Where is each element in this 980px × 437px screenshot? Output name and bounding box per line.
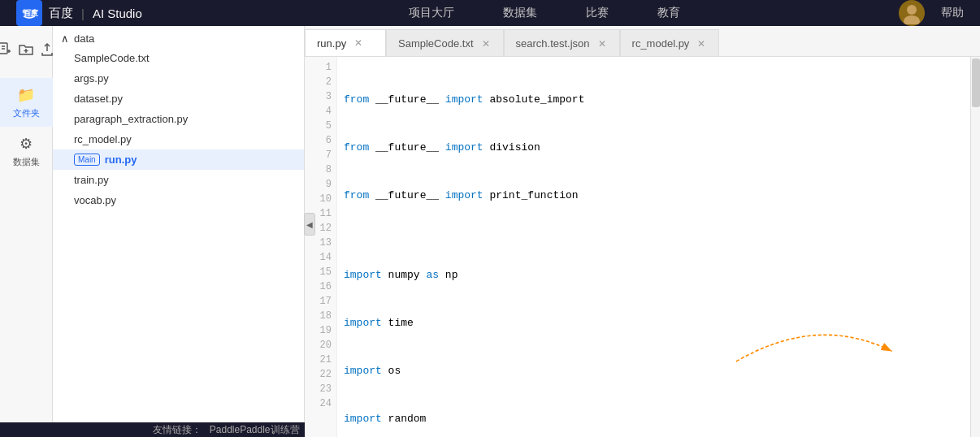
folder-icon: 📁: [17, 86, 35, 104]
file-item-dataset[interactable]: dataset.py: [53, 89, 304, 109]
nav-dataset[interactable]: 数据集: [503, 6, 537, 20]
file-item-rcmodel[interactable]: rc_model.py: [53, 129, 304, 149]
panel-collapse-button[interactable]: ◀: [304, 213, 315, 236]
top-nav: 百度 百度 | AI Studio 项目大厅 数据集 比赛 教育 帮助: [0, 0, 980, 26]
editor-area: run.py ✕ SampleCode.txt ✕ search.test.js…: [305, 26, 980, 437]
sidebar-item-dataset-label: 数据集: [13, 156, 40, 168]
code-lines: from __future__ import absolute_import f…: [337, 57, 980, 437]
code-content: 123456789101112131415161718192021222324 …: [305, 57, 980, 437]
new-file-icon[interactable]: [0, 42, 12, 59]
main-badge: Main: [74, 154, 100, 166]
file-item-train[interactable]: train.py: [53, 170, 304, 190]
folder-data[interactable]: ∧ data: [53, 29, 304, 48]
tab-rc-model-label: rc_model.py: [632, 37, 690, 50]
code-editor[interactable]: 123456789101112131415161718192021222324 …: [305, 57, 980, 437]
chevron-down-icon: ∧: [61, 32, 69, 45]
sidebar-item-files[interactable]: 📁 文件夹: [0, 78, 53, 127]
sidebar-item-files-label: 文件夹: [13, 107, 40, 119]
file-item-run[interactable]: Main run.py: [53, 149, 304, 170]
baidu-logo-icon: 百度: [16, 0, 42, 26]
tab-search-test[interactable]: search.test.json ✕: [504, 29, 620, 57]
sidebar: 📁 文件夹 ⚙ 数据集: [0, 26, 53, 422]
tab-search-test-label: search.test.json: [516, 37, 590, 50]
nav-project-hall[interactable]: 项目大厅: [409, 6, 454, 20]
new-folder-icon[interactable]: [19, 42, 33, 59]
file-run-label: run.py: [105, 154, 137, 166]
tab-run-py-close[interactable]: ✕: [353, 36, 364, 50]
svg-text:百度: 百度: [24, 8, 38, 17]
svg-point-4: [907, 5, 917, 15]
tab-search-test-close[interactable]: ✕: [596, 37, 608, 51]
tab-samplecode-close[interactable]: ✕: [480, 37, 492, 51]
footer-prefix: 友情链接：: [153, 423, 202, 437]
file-item-samplecode[interactable]: SampleCode.txt: [53, 48, 304, 68]
file-panel: ∧ data SampleCode.txt args.py dataset.py…: [53, 26, 305, 422]
baidu-label: 百度: [49, 6, 73, 21]
nav-right: 帮助: [899, 0, 964, 26]
tab-rc-model-close[interactable]: ✕: [696, 37, 707, 51]
footer-link-1[interactable]: PaddlePaddle训练营: [210, 423, 300, 437]
editor-wrapper: run.py ✕ SampleCode.txt ✕ search.test.js…: [305, 26, 980, 422]
ai-studio-label: AI Studio: [93, 6, 142, 20]
tab-run-py-label: run.py: [317, 37, 346, 50]
scrollbar[interactable]: [970, 57, 980, 437]
svg-point-5: [904, 15, 920, 24]
tab-rc-model[interactable]: rc_model.py ✕: [620, 29, 720, 57]
nav-links: 项目大厅 数据集 比赛 教育: [191, 6, 899, 20]
tab-run-py[interactable]: run.py ✕: [305, 29, 386, 57]
folder-name: data: [74, 32, 94, 45]
file-list: ∧ data SampleCode.txt args.py dataset.py…: [53, 26, 304, 422]
scrollbar-thumb[interactable]: [972, 58, 980, 107]
nav-competition[interactable]: 比赛: [586, 6, 609, 20]
file-item-vocab[interactable]: vocab.py: [53, 190, 304, 210]
file-item-paragraph[interactable]: paragraph_extraction.py: [53, 109, 304, 129]
tab-bar: run.py ✕ SampleCode.txt ✕ search.test.js…: [305, 26, 980, 57]
nav-education[interactable]: 教育: [657, 6, 680, 20]
line-numbers: 123456789101112131415161718192021222324: [305, 57, 337, 437]
help-link[interactable]: 帮助: [941, 6, 964, 20]
logo: 百度 百度 | AI Studio: [16, 0, 142, 26]
dataset-icon: ⚙: [20, 135, 33, 153]
sidebar-nav: 📁 文件夹 ⚙ 数据集: [0, 78, 53, 175]
avatar[interactable]: [899, 0, 925, 26]
tab-samplecode-label: SampleCode.txt: [398, 37, 474, 50]
tab-samplecode[interactable]: SampleCode.txt ✕: [386, 29, 504, 57]
sidebar-item-dataset[interactable]: ⚙ 数据集: [0, 127, 53, 175]
file-item-args[interactable]: args.py: [53, 68, 304, 89]
